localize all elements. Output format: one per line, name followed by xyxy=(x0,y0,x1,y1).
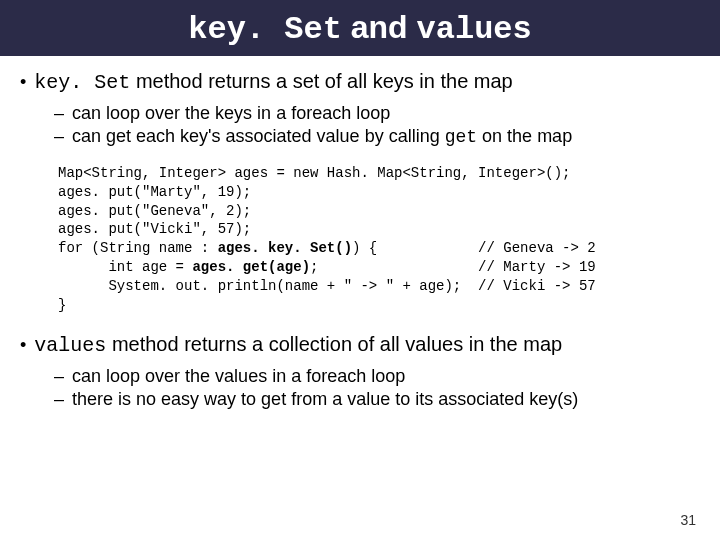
title-code-1: key. Set xyxy=(188,11,342,48)
sublist-keyset: – can loop over the keys in a foreach lo… xyxy=(54,102,690,150)
bullet-values-text: values method returns a collection of al… xyxy=(34,333,562,357)
sub-item: – can get each key's associated value by… xyxy=(54,125,690,149)
bullet-dot: • xyxy=(20,336,26,354)
code-line: } xyxy=(58,297,66,313)
bullet-keyset-rest: method returns a set of all keys in the … xyxy=(130,70,512,92)
code-bold: ages. key. Set() xyxy=(218,240,352,256)
sub-text: can loop over the keys in a foreach loop xyxy=(72,102,390,125)
sub-text-prefix: can get each key's associated value by c… xyxy=(72,126,445,146)
slide-number: 31 xyxy=(680,512,696,528)
bullet-values-code: values xyxy=(34,334,106,357)
dash-icon: – xyxy=(54,365,64,388)
bullet-dot: • xyxy=(20,73,26,91)
dash-icon: – xyxy=(54,125,64,148)
dash-icon: – xyxy=(54,388,64,411)
bullet-keyset: • key. Set method returns a set of all k… xyxy=(20,70,690,94)
bullet-keyset-code: key. Set xyxy=(34,71,130,94)
slide-title: key. Set and values xyxy=(188,9,532,48)
title-code-2: values xyxy=(417,11,532,48)
code-line: ages. put("Marty", 19); xyxy=(58,184,251,200)
bullet-keyset-text: key. Set method returns a set of all key… xyxy=(34,70,512,94)
code-line: System. out. println(name + " -> " + age… xyxy=(58,278,596,294)
code-line: int age = xyxy=(58,259,192,275)
sublist-values: – can loop over the values in a foreach … xyxy=(54,365,690,412)
code-bold: ages. get(age) xyxy=(192,259,310,275)
title-bar: key. Set and values xyxy=(0,0,720,56)
title-joiner: and xyxy=(342,9,417,45)
code-block: Map<String, Integer> ages = new Hash. Ma… xyxy=(58,164,690,315)
bullet-values: • values method returns a collection of … xyxy=(20,333,690,357)
sub-text: can loop over the values in a foreach lo… xyxy=(72,365,405,388)
bullet-values-rest: method returns a collection of all value… xyxy=(106,333,562,355)
dash-icon: – xyxy=(54,102,64,125)
sub-text: there is no easy way to get from a value… xyxy=(72,388,578,411)
code-line: ) { // Geneva -> 2 xyxy=(352,240,596,256)
sub-item: – can loop over the values in a foreach … xyxy=(54,365,690,388)
code-line: Map<String, Integer> ages = new Hash. Ma… xyxy=(58,165,570,181)
code-line: for (String name : xyxy=(58,240,218,256)
code-line: ages. put("Vicki", 57); xyxy=(58,221,251,237)
sub-text-suffix: on the map xyxy=(477,126,572,146)
code-line: ; // Marty -> 19 xyxy=(310,259,596,275)
code-line: ages. put("Geneva", 2); xyxy=(58,203,251,219)
sub-text-code: get xyxy=(445,127,477,147)
slide-content: • key. Set method returns a set of all k… xyxy=(0,56,720,412)
sub-item: – can loop over the keys in a foreach lo… xyxy=(54,102,690,125)
sub-text: can get each key's associated value by c… xyxy=(72,125,572,149)
sub-item: – there is no easy way to get from a val… xyxy=(54,388,690,411)
